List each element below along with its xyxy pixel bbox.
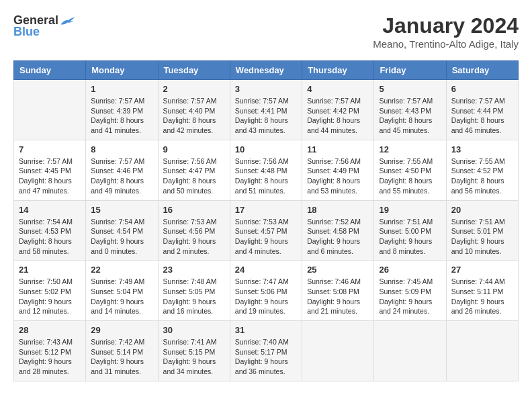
day-info: Sunrise: 7:57 AMSunset: 4:40 PMDaylight:… — [163, 96, 225, 136]
day-number: 2 — [163, 84, 225, 94]
calendar-cell: 20 Sunrise: 7:51 AMSunset: 5:01 PMDaylig… — [446, 200, 518, 261]
calendar-cell: 8 Sunrise: 7:57 AMSunset: 4:46 PMDayligh… — [86, 140, 158, 200]
day-info: Sunrise: 7:57 AMSunset: 4:45 PMDaylight:… — [19, 156, 81, 196]
weekday-header-row: SundayMondayTuesdayWednesdayThursdayFrid… — [14, 61, 519, 80]
day-number: 28 — [19, 325, 81, 335]
day-info: Sunrise: 7:45 AMSunset: 5:09 PMDaylight:… — [379, 277, 441, 316]
day-number: 15 — [91, 205, 152, 215]
day-info: Sunrise: 7:52 AMSunset: 4:58 PMDaylight:… — [307, 217, 369, 257]
calendar-cell — [14, 80, 86, 140]
day-number: 24 — [235, 265, 297, 275]
day-number: 20 — [451, 205, 513, 215]
header: General Blue January 2024 Meano, Trentin… — [13, 13, 519, 50]
day-info: Sunrise: 7:53 AMSunset: 4:57 PMDaylight:… — [235, 217, 297, 257]
day-number: 7 — [19, 144, 81, 154]
day-info: Sunrise: 7:54 AMSunset: 4:54 PMDaylight:… — [91, 217, 152, 257]
day-number: 31 — [235, 325, 297, 335]
day-number: 4 — [307, 84, 369, 94]
day-info: Sunrise: 7:56 AMSunset: 4:49 PMDaylight:… — [307, 156, 369, 196]
calendar-cell: 18 Sunrise: 7:52 AMSunset: 4:58 PMDaylig… — [302, 200, 374, 261]
weekday-header-friday: Friday — [374, 61, 446, 80]
day-info: Sunrise: 7:51 AMSunset: 5:01 PMDaylight:… — [451, 217, 513, 257]
calendar-week-row: 7 Sunrise: 7:57 AMSunset: 4:45 PMDayligh… — [14, 140, 519, 200]
calendar-cell: 14 Sunrise: 7:54 AMSunset: 4:53 PMDaylig… — [14, 200, 86, 261]
calendar-cell: 13 Sunrise: 7:55 AMSunset: 4:52 PMDaylig… — [446, 140, 518, 200]
calendar-cell: 22 Sunrise: 7:49 AMSunset: 5:04 PMDaylig… — [86, 261, 158, 321]
calendar-cell: 31 Sunrise: 7:40 AMSunset: 5:17 PMDaylig… — [230, 321, 302, 381]
calendar-cell: 25 Sunrise: 7:46 AMSunset: 5:08 PMDaylig… — [302, 261, 374, 321]
calendar-cell: 17 Sunrise: 7:53 AMSunset: 4:57 PMDaylig… — [230, 200, 302, 261]
day-number: 6 — [451, 84, 513, 94]
day-number: 1 — [91, 84, 152, 94]
day-info: Sunrise: 7:40 AMSunset: 5:17 PMDaylight:… — [235, 337, 297, 377]
calendar-cell: 23 Sunrise: 7:48 AMSunset: 5:05 PMDaylig… — [158, 261, 230, 321]
logo-blue: Blue — [13, 25, 40, 39]
day-number: 5 — [379, 84, 441, 94]
day-info: Sunrise: 7:47 AMSunset: 5:06 PMDaylight:… — [235, 277, 297, 316]
day-number: 11 — [307, 144, 369, 154]
day-info: Sunrise: 7:57 AMSunset: 4:39 PMDaylight:… — [91, 96, 152, 136]
day-number: 3 — [235, 84, 297, 94]
day-info: Sunrise: 7:57 AMSunset: 4:41 PMDaylight:… — [235, 96, 297, 136]
calendar-cell: 1 Sunrise: 7:57 AMSunset: 4:39 PMDayligh… — [86, 80, 158, 140]
calendar-cell: 12 Sunrise: 7:55 AMSunset: 4:50 PMDaylig… — [374, 140, 446, 200]
calendar-cell: 27 Sunrise: 7:44 AMSunset: 5:11 PMDaylig… — [446, 261, 518, 321]
calendar-cell: 2 Sunrise: 7:57 AMSunset: 4:40 PMDayligh… — [158, 80, 230, 140]
weekday-header-thursday: Thursday — [302, 61, 374, 80]
calendar-cell: 7 Sunrise: 7:57 AMSunset: 4:45 PMDayligh… — [14, 140, 86, 200]
day-info: Sunrise: 7:41 AMSunset: 5:15 PMDaylight:… — [163, 337, 225, 377]
calendar-cell — [446, 321, 518, 381]
title-area: January 2024 Meano, Trentino-Alto Adige,… — [373, 13, 519, 50]
weekday-header-sunday: Sunday — [14, 61, 86, 80]
calendar-cell: 16 Sunrise: 7:53 AMSunset: 4:56 PMDaylig… — [158, 200, 230, 261]
day-info: Sunrise: 7:56 AMSunset: 4:47 PMDaylight:… — [163, 156, 225, 196]
day-number: 9 — [163, 144, 225, 154]
day-number: 29 — [91, 325, 152, 335]
day-info: Sunrise: 7:55 AMSunset: 4:52 PMDaylight:… — [451, 156, 513, 196]
day-number: 22 — [91, 265, 152, 275]
calendar-cell: 11 Sunrise: 7:56 AMSunset: 4:49 PMDaylig… — [302, 140, 374, 200]
day-info: Sunrise: 7:53 AMSunset: 4:56 PMDaylight:… — [163, 217, 225, 257]
calendar-table: SundayMondayTuesdayWednesdayThursdayFrid… — [13, 60, 519, 381]
day-number: 21 — [19, 265, 81, 275]
weekday-header-wednesday: Wednesday — [230, 61, 302, 80]
day-info: Sunrise: 7:43 AMSunset: 5:12 PMDaylight:… — [19, 337, 81, 377]
weekday-header-tuesday: Tuesday — [158, 61, 230, 80]
day-info: Sunrise: 7:57 AMSunset: 4:44 PMDaylight:… — [451, 96, 513, 136]
day-number: 12 — [379, 144, 441, 154]
day-number: 16 — [163, 205, 225, 215]
calendar-cell: 19 Sunrise: 7:51 AMSunset: 5:00 PMDaylig… — [374, 200, 446, 261]
logo: General Blue — [13, 13, 76, 39]
calendar-cell — [374, 321, 446, 381]
calendar-cell: 28 Sunrise: 7:43 AMSunset: 5:12 PMDaylig… — [14, 321, 86, 381]
calendar-title: January 2024 — [373, 13, 519, 38]
day-info: Sunrise: 7:57 AMSunset: 4:42 PMDaylight:… — [307, 96, 369, 136]
day-number: 23 — [163, 265, 225, 275]
day-number: 17 — [235, 205, 297, 215]
calendar-cell: 10 Sunrise: 7:56 AMSunset: 4:48 PMDaylig… — [230, 140, 302, 200]
calendar-cell: 15 Sunrise: 7:54 AMSunset: 4:54 PMDaylig… — [86, 200, 158, 261]
calendar-cell: 9 Sunrise: 7:56 AMSunset: 4:47 PMDayligh… — [158, 140, 230, 200]
day-info: Sunrise: 7:57 AMSunset: 4:46 PMDaylight:… — [91, 156, 152, 196]
weekday-header-saturday: Saturday — [446, 61, 518, 80]
day-number: 8 — [91, 144, 152, 154]
day-info: Sunrise: 7:46 AMSunset: 5:08 PMDaylight:… — [307, 277, 369, 316]
calendar-week-row: 21 Sunrise: 7:50 AMSunset: 5:02 PMDaylig… — [14, 261, 519, 321]
day-number: 18 — [307, 205, 369, 215]
calendar-cell: 26 Sunrise: 7:45 AMSunset: 5:09 PMDaylig… — [374, 261, 446, 321]
calendar-cell: 21 Sunrise: 7:50 AMSunset: 5:02 PMDaylig… — [14, 261, 86, 321]
day-info: Sunrise: 7:51 AMSunset: 5:00 PMDaylight:… — [379, 217, 441, 257]
day-number: 26 — [379, 265, 441, 275]
day-info: Sunrise: 7:55 AMSunset: 4:50 PMDaylight:… — [379, 156, 441, 196]
calendar-week-row: 14 Sunrise: 7:54 AMSunset: 4:53 PMDaylig… — [14, 200, 519, 261]
logo-bird-icon — [60, 14, 76, 28]
calendar-cell — [302, 321, 374, 381]
calendar-week-row: 1 Sunrise: 7:57 AMSunset: 4:39 PMDayligh… — [14, 80, 519, 140]
day-number: 25 — [307, 265, 369, 275]
calendar-cell: 30 Sunrise: 7:41 AMSunset: 5:15 PMDaylig… — [158, 321, 230, 381]
calendar-week-row: 28 Sunrise: 7:43 AMSunset: 5:12 PMDaylig… — [14, 321, 519, 381]
day-number: 10 — [235, 144, 297, 154]
calendar-cell: 24 Sunrise: 7:47 AMSunset: 5:06 PMDaylig… — [230, 261, 302, 321]
day-info: Sunrise: 7:44 AMSunset: 5:11 PMDaylight:… — [451, 277, 513, 316]
calendar-cell: 4 Sunrise: 7:57 AMSunset: 4:42 PMDayligh… — [302, 80, 374, 140]
